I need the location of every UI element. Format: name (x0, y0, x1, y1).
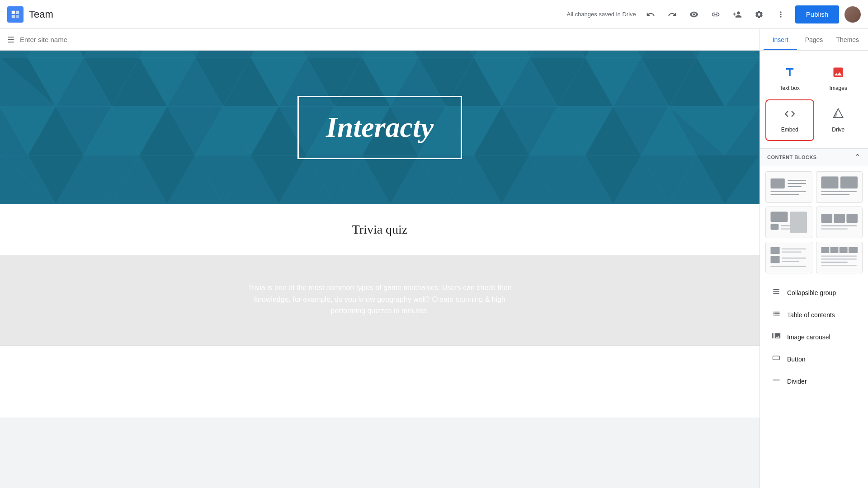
save-status: All changes saved in Drive (567, 11, 636, 18)
blocks-grid (760, 166, 868, 279)
insert-images[interactable]: Images (814, 58, 863, 99)
block-thumb-3[interactable] (765, 206, 812, 238)
app-logo (7, 6, 24, 23)
collapsible-group-item[interactable]: Collapsible group (767, 282, 861, 303)
insert-grid: Text box Images Embed (760, 51, 868, 148)
svg-rect-115 (846, 214, 858, 223)
table-of-contents-label: Table of contents (787, 311, 835, 319)
tab-pages[interactable]: Pages (797, 29, 830, 50)
collapsible-group-label: Collapsible group (787, 289, 836, 296)
quiz-title-section[interactable]: Trivia quiz (0, 204, 760, 255)
hero-title: Interacty (326, 111, 434, 144)
svg-rect-128 (848, 247, 857, 253)
embed-label: Embed (781, 127, 798, 133)
table-of-contents-icon (771, 309, 782, 320)
insert-text-box[interactable]: Text box (765, 58, 814, 99)
hero-section[interactable]: Interacty (0, 51, 760, 204)
divider-label: Divider (787, 378, 807, 385)
block-thumb-2[interactable] (816, 171, 863, 203)
svg-rect-127 (839, 247, 847, 253)
button-icon (771, 353, 782, 365)
embed-icon (783, 108, 796, 123)
svg-rect-114 (834, 214, 845, 223)
block-thumb-6[interactable] (816, 242, 863, 273)
svg-marker-22 (251, 51, 307, 58)
content-blocks-header[interactable]: CONTENT BLOCKS ⌃ (760, 148, 868, 166)
site-header-bar: ☰ (0, 29, 760, 51)
svg-marker-26 (474, 51, 529, 58)
add-person-button[interactable] (728, 5, 746, 23)
image-carousel-label: Image carousel (787, 333, 830, 341)
svg-rect-98 (770, 178, 784, 188)
svg-rect-3 (16, 14, 19, 18)
quiz-section-title: Trivia quiz (9, 222, 750, 237)
block-thumb-5[interactable] (765, 242, 812, 273)
svg-rect-126 (830, 247, 838, 253)
block-thumb-1[interactable] (765, 171, 812, 203)
collapsible-group-icon (771, 287, 782, 298)
site-name-input[interactable] (20, 36, 106, 43)
app-title: Team (29, 9, 53, 20)
svg-marker-30 (697, 51, 760, 58)
svg-rect-108 (770, 212, 788, 222)
svg-rect-119 (770, 256, 779, 263)
svg-rect-104 (821, 177, 838, 189)
svg-rect-133 (773, 356, 780, 360)
svg-marker-28 (585, 51, 641, 58)
settings-button[interactable] (750, 5, 768, 23)
insert-embed[interactable]: Embed (765, 99, 814, 141)
svg-rect-1 (16, 10, 19, 14)
drive-icon (832, 108, 844, 123)
hero-title-box[interactable]: Interacty (297, 96, 462, 159)
topbar: Team All changes saved in Drive Publish (0, 0, 868, 29)
block-thumb-4[interactable] (816, 206, 863, 238)
svg-marker-18 (28, 51, 84, 58)
avatar[interactable] (844, 6, 861, 23)
panel-tabs: Insert Pages Themes (760, 29, 868, 51)
drive-label: Drive (832, 127, 844, 133)
content-blocks-title: CONTENT BLOCKS (767, 155, 817, 160)
image-carousel-icon (771, 331, 782, 343)
publish-button[interactable]: Publish (795, 5, 839, 23)
svg-marker-25 (418, 51, 474, 58)
toolbar-icons (642, 5, 790, 23)
insert-drive[interactable]: Drive (814, 99, 863, 141)
link-button[interactable] (707, 5, 725, 23)
svg-rect-113 (821, 214, 832, 223)
svg-marker-27 (529, 51, 585, 58)
svg-rect-105 (840, 177, 857, 189)
divider-item[interactable]: Divider (767, 371, 861, 391)
canvas-area[interactable]: ☰ (0, 29, 760, 488)
preview-button[interactable] (685, 5, 703, 23)
svg-rect-2 (12, 14, 15, 18)
svg-rect-118 (770, 247, 779, 254)
svg-rect-109 (770, 224, 778, 230)
svg-marker-23 (307, 51, 362, 58)
image-carousel-item[interactable]: Image carousel (767, 327, 861, 347)
svg-marker-29 (641, 51, 697, 58)
tab-themes[interactable]: Themes (831, 29, 864, 50)
quiz-description-section[interactable]: Trivia is one of the most common types o… (0, 255, 760, 345)
table-of-contents-item[interactable]: Table of contents (767, 305, 861, 325)
chevron-up-icon: ⌃ (854, 152, 861, 162)
button-item[interactable]: Button (767, 349, 861, 369)
svg-rect-125 (821, 247, 829, 253)
right-panel: Insert Pages Themes Text box Images (760, 29, 868, 488)
hamburger-icon: ☰ (7, 35, 14, 45)
redo-button[interactable] (663, 5, 681, 23)
quiz-description: Trivia is one of the most common types o… (240, 282, 520, 317)
special-items-list: Collapsible group Table of contents Imag… (760, 279, 868, 395)
svg-rect-0 (12, 10, 15, 14)
images-label: Images (830, 85, 847, 91)
svg-marker-20 (139, 51, 195, 58)
text-box-icon (783, 66, 796, 81)
tab-insert[interactable]: Insert (764, 29, 797, 50)
button-label: Button (787, 356, 805, 363)
svg-marker-21 (195, 51, 251, 58)
more-options-button[interactable] (772, 5, 790, 23)
svg-rect-112 (790, 212, 807, 233)
main-layout: ☰ (0, 29, 868, 488)
undo-button[interactable] (642, 5, 660, 23)
empty-section[interactable] (0, 345, 760, 418)
svg-marker-19 (84, 51, 139, 58)
